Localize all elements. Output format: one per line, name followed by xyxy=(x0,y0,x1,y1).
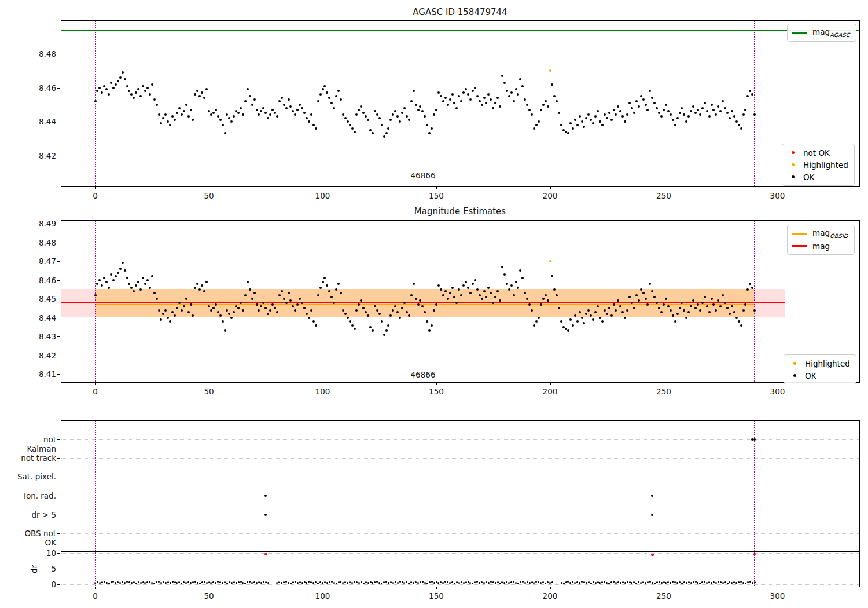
legend-top-points[interactable]: not OK Highlighted OK xyxy=(782,144,855,186)
highlighted-point xyxy=(549,69,551,72)
mag-point xyxy=(551,275,553,277)
legend-middle-points[interactable]: Highlighted OK xyxy=(784,354,856,384)
y-tick-label: 0 xyxy=(16,580,56,589)
mag-point xyxy=(579,115,581,118)
dr-point xyxy=(192,581,194,583)
y-tickmark xyxy=(57,261,60,262)
flag-label: not track xyxy=(16,453,56,463)
mag-point xyxy=(458,95,460,97)
mag-point xyxy=(483,97,486,99)
mag-point xyxy=(744,109,746,111)
dr-point xyxy=(197,582,198,584)
mag-point xyxy=(706,110,708,112)
dr-point xyxy=(595,582,597,584)
dr-point xyxy=(178,581,180,583)
x-tick-label: 250 xyxy=(646,387,681,396)
mag-point xyxy=(317,294,319,296)
mag-point xyxy=(381,320,383,323)
mag-point xyxy=(289,105,292,108)
mag-point xyxy=(533,127,535,130)
mag-point xyxy=(294,309,296,312)
mag-point xyxy=(649,283,651,285)
mag-point xyxy=(306,117,308,119)
mag-point xyxy=(317,100,319,102)
mag-point xyxy=(217,115,219,118)
mag-point xyxy=(635,294,638,296)
dr-point xyxy=(204,581,205,583)
dr-point xyxy=(727,583,729,584)
mag-point xyxy=(119,268,122,270)
y-tick-label: 8.49 xyxy=(16,219,56,228)
mag-point xyxy=(96,283,98,285)
mag-point xyxy=(594,311,597,313)
legend-middle-lines[interactable]: magOBSID mag xyxy=(787,225,855,255)
mag-point xyxy=(437,284,440,287)
dr-point xyxy=(226,583,228,584)
legend-mag-agasc[interactable]: magAGASC xyxy=(787,24,856,42)
mag-point xyxy=(415,298,417,300)
dr-threshold-line xyxy=(61,551,859,552)
legend-label: magAGASC xyxy=(812,27,850,38)
dr-point xyxy=(474,581,476,583)
red-dot-icon xyxy=(792,151,795,154)
dr-point xyxy=(329,581,330,583)
mag-point xyxy=(185,298,187,300)
y-tick-label: 8.42 xyxy=(16,151,56,160)
mag-point xyxy=(137,281,139,283)
dr-point xyxy=(510,581,512,583)
dr-point xyxy=(94,582,96,584)
y-tickmark xyxy=(57,54,60,54)
mag-point xyxy=(592,318,594,321)
mag-point xyxy=(167,317,169,319)
dr-point xyxy=(465,581,467,583)
mag-point xyxy=(615,113,617,116)
mag-point xyxy=(278,100,281,102)
dr-point xyxy=(747,581,749,583)
mag-point xyxy=(628,102,631,104)
dr-point xyxy=(301,582,303,584)
mag-point xyxy=(340,98,342,101)
mag-point xyxy=(483,290,486,292)
mag-point xyxy=(540,303,542,306)
dr-point xyxy=(469,582,471,584)
x-tickmark xyxy=(664,382,664,385)
gridline xyxy=(61,496,859,496)
dr-point xyxy=(156,581,157,583)
mag-point xyxy=(740,127,742,130)
mag-point xyxy=(642,98,645,101)
mag-point xyxy=(142,277,144,279)
dr-point xyxy=(149,581,150,583)
mag-point xyxy=(503,273,506,276)
mag-point xyxy=(517,93,519,96)
mag-point xyxy=(222,320,224,323)
obsid-vline xyxy=(754,221,755,382)
orange-line-sample-icon xyxy=(792,233,807,235)
y-tickmark xyxy=(57,356,60,356)
dr-point xyxy=(590,583,592,584)
mag-point xyxy=(130,93,133,96)
legend-row-ok: OK xyxy=(787,171,848,183)
dr-point xyxy=(529,582,531,584)
mag-point xyxy=(351,324,354,327)
green-line-sample-icon xyxy=(792,32,807,34)
mag-point xyxy=(510,284,513,287)
dr-point xyxy=(361,581,362,583)
mag-point xyxy=(301,107,303,109)
mag-point xyxy=(158,309,160,312)
mag-point xyxy=(601,320,604,323)
dr-point xyxy=(183,581,185,583)
dr-point xyxy=(738,581,740,583)
mag-point xyxy=(153,98,156,101)
mag-point xyxy=(667,110,670,112)
mag-point xyxy=(656,107,658,109)
mag-point xyxy=(187,311,190,313)
mag-point xyxy=(376,309,378,312)
x-tickmark xyxy=(209,382,209,385)
mag-point xyxy=(569,318,572,321)
mag-point xyxy=(472,90,474,92)
mag-point xyxy=(310,113,312,116)
mag-point xyxy=(733,311,735,313)
dr-point xyxy=(563,583,565,584)
dr-point xyxy=(288,582,289,584)
gridline xyxy=(61,569,859,569)
